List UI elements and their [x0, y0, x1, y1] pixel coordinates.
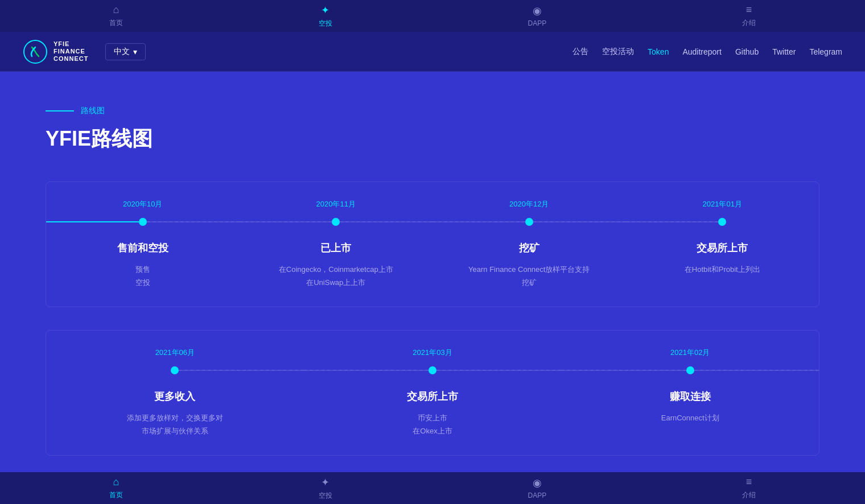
- timeline-line-container-5: [46, 365, 304, 376]
- timeline-date-7: 2021年02月: [670, 348, 710, 358]
- logo-area: YFIE FINANCE CONNECT 中文 ▾: [23, 39, 146, 64]
- timeline-title-5: 更多收入: [127, 390, 223, 403]
- timeline-line-left-6: [304, 370, 429, 371]
- timeline-content-4: 交易所上市 在Hotbit和Probit上列出: [679, 241, 766, 276]
- timeline-line-left-7: [561, 370, 686, 371]
- bottom-nav-airdrop-label: 空投: [319, 491, 332, 501]
- timeline-title-2: 已上市: [279, 241, 393, 255]
- nav-github[interactable]: Github: [735, 47, 759, 56]
- timeline-line-container-2: [240, 216, 433, 228]
- timeline-desc-3: Yearn Finance Connect放样平台支持 挖矿: [468, 263, 590, 290]
- timeline-line-left-2: [240, 221, 332, 222]
- top-nav-home[interactable]: ⌂ 首页: [109, 4, 123, 28]
- timeline-dot-1: [139, 218, 147, 226]
- section-title: YFIE路线图: [46, 125, 819, 153]
- timeline-item-2: 2020年11月 已上市 在Coingecko，Coinmarketcap上市 …: [240, 199, 433, 290]
- timeline-title-3: 挖矿: [468, 241, 590, 255]
- timeline-item-4: 2021年01月 交易所上市 在Hotbit和Probit上列出: [626, 199, 819, 290]
- top-nav-airdrop-label: 空投: [319, 19, 332, 28]
- timeline-content-1: 售前和空投 预售 空投: [112, 241, 174, 290]
- top-nav-dapp[interactable]: ◉ DAPP: [528, 5, 547, 27]
- list-icon-bottom: ≡: [746, 476, 752, 488]
- eye-icon: ◉: [533, 5, 542, 17]
- timeline-line-right-5: [179, 370, 303, 371]
- timeline-desc-1: 预售 空投: [117, 263, 168, 290]
- timeline-content-3: 挖矿 Yearn Finance Connect放样平台支持 挖矿: [463, 241, 595, 290]
- bottom-nav-intro[interactable]: ≡ 介绍: [742, 476, 756, 500]
- timeline-dot-7: [686, 366, 694, 374]
- timeline-date-2: 2020年11月: [316, 199, 356, 209]
- timeline-line-container-6: [304, 365, 562, 376]
- timeline-date-1: 2020年10月: [123, 199, 162, 209]
- nav-telegram[interactable]: Telegram: [809, 47, 842, 56]
- section-label: 路线图: [46, 106, 819, 116]
- top-nav-home-label: 首页: [109, 18, 123, 28]
- top-nav-intro[interactable]: ≡ 介绍: [742, 4, 756, 28]
- timeline-content-7: 赚取连接 EarnConnect计划: [656, 390, 725, 424]
- timeline-title-6: 交易所上市: [407, 390, 458, 403]
- timeline-date-6: 2021年03月: [413, 348, 452, 358]
- timeline-desc-2: 在Coingecko，Coinmarketcap上市 在UniSwap上上市: [279, 263, 393, 290]
- timeline-content-6: 交易所上市 币安上市 在Okex上市: [401, 390, 464, 438]
- star-icon-bottom: ✦: [321, 476, 329, 489]
- timeline-dot-5: [171, 366, 179, 374]
- timeline-content-5: 更多收入 添加更多放样对，交换更多对 市场扩展与伙伴关系: [121, 390, 229, 438]
- timeline-dot-3: [525, 218, 533, 226]
- header-nav: 公告 空投活动 Token Auditreport Github Twitter…: [572, 47, 842, 57]
- top-nav-airdrop[interactable]: ✦ 空投: [319, 4, 332, 28]
- timeline-title-7: 赚取连接: [661, 390, 719, 403]
- timeline-row-1: 2020年10月 售前和空投 预售 空投 2020年11月: [46, 181, 819, 307]
- section-label-line: [46, 110, 74, 111]
- timeline-line-left-4: [626, 221, 719, 222]
- chevron-down-icon: ▾: [133, 47, 137, 56]
- star-icon: ✦: [321, 4, 329, 16]
- nav-audit[interactable]: Auditreport: [682, 47, 721, 56]
- timeline-line-container-3: [432, 216, 626, 228]
- timeline-date-4: 2021年01月: [703, 199, 742, 209]
- timeline-date-5: 2021年06月: [155, 348, 195, 358]
- logo-text: YFIE FINANCE CONNECT: [53, 40, 88, 63]
- bottom-nav-home-label: 首页: [109, 490, 123, 500]
- timeline-line-right-2: [340, 221, 432, 222]
- timeline-desc-4: 在Hotbit和Probit上列出: [685, 263, 760, 276]
- timeline-desc-5: 添加更多放样对，交换更多对 市场扩展与伙伴关系: [127, 411, 223, 438]
- bottom-nav-airdrop[interactable]: ✦ 空投: [319, 476, 332, 501]
- nav-token[interactable]: Token: [648, 47, 669, 56]
- list-icon: ≡: [746, 4, 752, 16]
- bottom-nav-dapp[interactable]: ◉ DAPP: [528, 477, 547, 499]
- bottom-nav-dapp-label: DAPP: [528, 491, 547, 499]
- timeline-item-5: 2021年06月 更多收入 添加更多放样对，交换更多对 市场扩展与伙伴关系: [46, 348, 304, 438]
- nav-twitter[interactable]: Twitter: [772, 47, 796, 56]
- lang-select[interactable]: 中文 ▾: [105, 43, 146, 60]
- nav-announcement[interactable]: 公告: [572, 47, 588, 57]
- timeline-line-container-4: [626, 216, 819, 228]
- timeline-line-left-1: [46, 221, 139, 222]
- timeline-content-2: 已上市 在Coingecko，Coinmarketcap上市 在UniSwap上…: [273, 241, 399, 290]
- timeline-item-6: 2021年03月 交易所上市 币安上市 在Okex上市: [304, 348, 562, 438]
- bottom-nav-intro-label: 介绍: [742, 490, 756, 500]
- timeline-line-right-1: [147, 221, 240, 222]
- timeline-title-1: 售前和空投: [117, 241, 168, 255]
- main-content: 路线图 YFIE路线图 2020年10月 售前和空投 预售 空投 2020年11…: [0, 72, 865, 490]
- bottom-nav-home[interactable]: ⌂ 首页: [109, 476, 123, 500]
- home-icon-bottom: ⌂: [113, 476, 119, 488]
- logo-svg: [23, 39, 48, 64]
- timeline-line-right-3: [533, 221, 626, 222]
- timeline-desc-7: EarnConnect计划: [661, 411, 719, 424]
- eye-icon-bottom: ◉: [533, 477, 542, 489]
- timeline-date-3: 2020年12月: [509, 199, 549, 209]
- timeline-desc-6: 币安上市 在Okex上市: [407, 411, 458, 438]
- timeline-item-3: 2020年12月 挖矿 Yearn Finance Connect放样平台支持 …: [432, 199, 626, 290]
- home-icon: ⌂: [113, 4, 119, 16]
- top-nav-dapp-label: DAPP: [528, 19, 547, 27]
- timeline-line-container-7: [561, 365, 819, 376]
- timeline-line-right-6: [436, 370, 561, 371]
- timeline-line-container-1: [46, 216, 240, 228]
- top-nav: ⌂ 首页 ✦ 空投 ◉ DAPP ≡ 介绍: [0, 0, 865, 32]
- timeline-line-left-3: [432, 221, 525, 222]
- top-nav-intro-label: 介绍: [742, 18, 756, 28]
- nav-airdrop[interactable]: 空投活动: [602, 47, 634, 57]
- timeline-item-1: 2020年10月 售前和空投 预售 空投: [46, 199, 240, 290]
- header: YFIE FINANCE CONNECT 中文 ▾ 公告 空投活动 Token …: [0, 32, 865, 72]
- timeline-item-7: 2021年02月 赚取连接 EarnConnect计划: [561, 348, 819, 438]
